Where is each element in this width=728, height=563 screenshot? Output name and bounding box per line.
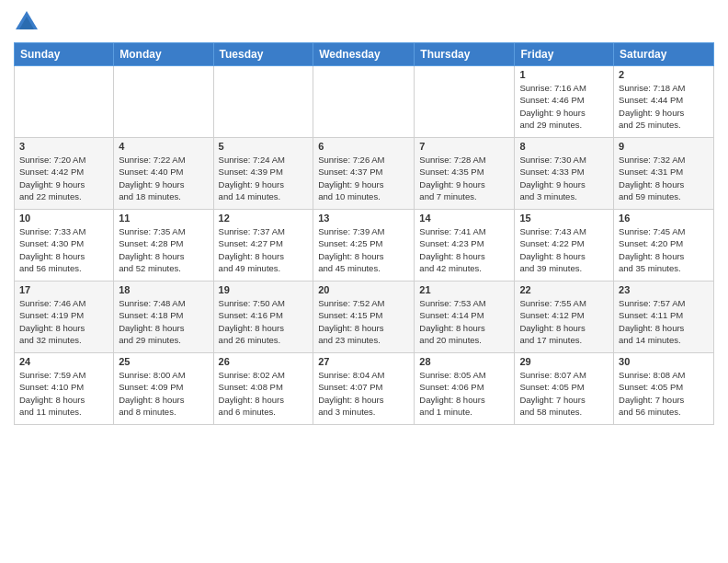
day-cell: 29Sunrise: 8:07 AM Sunset: 4:05 PM Dayli…: [515, 353, 614, 425]
day-info: Sunrise: 8:02 AM Sunset: 4:08 PM Dayligh…: [219, 369, 309, 418]
logo: [14, 9, 43, 35]
day-cell: [15, 66, 114, 138]
day-cell: 10Sunrise: 7:33 AM Sunset: 4:30 PM Dayli…: [15, 210, 114, 282]
day-info: Sunrise: 7:32 AM Sunset: 4:31 PM Dayligh…: [619, 154, 709, 202]
day-cell: [313, 66, 415, 138]
day-cell: 16Sunrise: 7:45 AM Sunset: 4:20 PM Dayli…: [614, 210, 714, 282]
day-info: Sunrise: 8:05 AM Sunset: 4:06 PM Dayligh…: [419, 369, 509, 418]
day-number: 7: [419, 141, 509, 152]
day-info: Sunrise: 7:59 AM Sunset: 4:10 PM Dayligh…: [19, 369, 108, 418]
calendar-table: SundayMondayTuesdayWednesdayThursdayFrid…: [14, 42, 714, 425]
day-number: 12: [219, 213, 309, 224]
day-info: Sunrise: 7:39 AM Sunset: 4:25 PM Dayligh…: [318, 225, 409, 274]
day-cell: [213, 66, 313, 138]
day-info: Sunrise: 7:50 AM Sunset: 4:16 PM Dayligh…: [219, 297, 309, 346]
day-number: 19: [219, 284, 309, 295]
day-info: Sunrise: 7:22 AM Sunset: 4:40 PM Dayligh…: [119, 154, 208, 202]
day-cell: 13Sunrise: 7:39 AM Sunset: 4:25 PM Dayli…: [313, 210, 415, 282]
day-cell: 12Sunrise: 7:37 AM Sunset: 4:27 PM Dayli…: [213, 210, 313, 282]
day-number: 10: [19, 213, 108, 224]
day-cell: 18Sunrise: 7:48 AM Sunset: 4:18 PM Dayli…: [114, 282, 213, 353]
day-cell: 22Sunrise: 7:55 AM Sunset: 4:12 PM Dayli…: [515, 282, 614, 353]
day-info: Sunrise: 7:52 AM Sunset: 4:15 PM Dayligh…: [318, 297, 409, 346]
day-number: 3: [19, 141, 108, 152]
day-cell: 28Sunrise: 8:05 AM Sunset: 4:06 PM Dayli…: [415, 353, 515, 425]
day-cell: 15Sunrise: 7:43 AM Sunset: 4:22 PM Dayli…: [515, 210, 614, 282]
day-number: 2: [619, 69, 709, 80]
calendar-header-row: SundayMondayTuesdayWednesdayThursdayFrid…: [15, 43, 714, 66]
day-info: Sunrise: 7:35 AM Sunset: 4:28 PM Dayligh…: [119, 225, 208, 274]
day-number: 14: [419, 213, 509, 224]
day-number: 22: [519, 284, 609, 295]
week-row-4: 17Sunrise: 7:46 AM Sunset: 4:19 PM Dayli…: [15, 282, 714, 353]
week-row-3: 10Sunrise: 7:33 AM Sunset: 4:30 PM Dayli…: [15, 210, 714, 282]
day-number: 17: [19, 284, 108, 295]
day-number: 13: [318, 213, 409, 224]
day-number: 9: [619, 141, 709, 152]
calendar-header-monday: Monday: [114, 43, 213, 66]
day-cell: 11Sunrise: 7:35 AM Sunset: 4:28 PM Dayli…: [114, 210, 213, 282]
day-info: Sunrise: 7:46 AM Sunset: 4:19 PM Dayligh…: [19, 297, 108, 346]
day-cell: 17Sunrise: 7:46 AM Sunset: 4:19 PM Dayli…: [15, 282, 114, 353]
day-number: 20: [318, 284, 409, 295]
day-cell: 9Sunrise: 7:32 AM Sunset: 4:31 PM Daylig…: [614, 138, 714, 210]
day-cell: 20Sunrise: 7:52 AM Sunset: 4:15 PM Dayli…: [313, 282, 415, 353]
week-row-2: 3Sunrise: 7:20 AM Sunset: 4:42 PM Daylig…: [15, 138, 714, 210]
calendar-header-wednesday: Wednesday: [313, 43, 415, 66]
day-number: 25: [119, 356, 208, 367]
day-cell: 6Sunrise: 7:26 AM Sunset: 4:37 PM Daylig…: [313, 138, 415, 210]
day-cell: 23Sunrise: 7:57 AM Sunset: 4:11 PM Dayli…: [614, 282, 714, 353]
day-cell: [415, 66, 515, 138]
day-info: Sunrise: 7:37 AM Sunset: 4:27 PM Dayligh…: [219, 225, 309, 274]
day-number: 30: [619, 356, 709, 367]
day-number: 11: [119, 213, 208, 224]
day-cell: 5Sunrise: 7:24 AM Sunset: 4:39 PM Daylig…: [213, 138, 313, 210]
day-cell: 3Sunrise: 7:20 AM Sunset: 4:42 PM Daylig…: [15, 138, 114, 210]
day-info: Sunrise: 7:24 AM Sunset: 4:39 PM Dayligh…: [219, 154, 309, 202]
day-info: Sunrise: 7:28 AM Sunset: 4:35 PM Dayligh…: [419, 154, 509, 202]
day-info: Sunrise: 7:45 AM Sunset: 4:20 PM Dayligh…: [619, 225, 709, 274]
day-cell: 1Sunrise: 7:16 AM Sunset: 4:46 PM Daylig…: [515, 66, 614, 138]
calendar-header-saturday: Saturday: [614, 43, 714, 66]
day-info: Sunrise: 7:26 AM Sunset: 4:37 PM Dayligh…: [318, 154, 409, 202]
week-row-5: 24Sunrise: 7:59 AM Sunset: 4:10 PM Dayli…: [15, 353, 714, 425]
day-number: 6: [318, 141, 409, 152]
day-number: 26: [219, 356, 309, 367]
day-info: Sunrise: 7:30 AM Sunset: 4:33 PM Dayligh…: [519, 154, 609, 202]
day-cell: 24Sunrise: 7:59 AM Sunset: 4:10 PM Dayli…: [15, 353, 114, 425]
day-info: Sunrise: 7:55 AM Sunset: 4:12 PM Dayligh…: [519, 297, 609, 346]
day-info: Sunrise: 7:41 AM Sunset: 4:23 PM Dayligh…: [419, 225, 509, 274]
day-number: 8: [519, 141, 609, 152]
day-cell: 2Sunrise: 7:18 AM Sunset: 4:44 PM Daylig…: [614, 66, 714, 138]
day-number: 16: [619, 213, 709, 224]
logo-icon: [14, 9, 40, 35]
day-number: 28: [419, 356, 509, 367]
day-info: Sunrise: 7:18 AM Sunset: 4:44 PM Dayligh…: [619, 82, 709, 131]
day-info: Sunrise: 7:20 AM Sunset: 4:42 PM Dayligh…: [19, 154, 108, 202]
day-number: 18: [119, 284, 208, 295]
day-number: 15: [519, 213, 609, 224]
day-cell: 30Sunrise: 8:08 AM Sunset: 4:05 PM Dayli…: [614, 353, 714, 425]
day-info: Sunrise: 7:57 AM Sunset: 4:11 PM Dayligh…: [619, 297, 709, 346]
calendar-header-tuesday: Tuesday: [213, 43, 313, 66]
day-number: 5: [219, 141, 309, 152]
day-cell: 21Sunrise: 7:53 AM Sunset: 4:14 PM Dayli…: [415, 282, 515, 353]
day-cell: 7Sunrise: 7:28 AM Sunset: 4:35 PM Daylig…: [415, 138, 515, 210]
day-info: Sunrise: 7:53 AM Sunset: 4:14 PM Dayligh…: [419, 297, 509, 346]
day-info: Sunrise: 8:07 AM Sunset: 4:05 PM Dayligh…: [519, 369, 609, 418]
day-info: Sunrise: 7:16 AM Sunset: 4:46 PM Dayligh…: [519, 82, 609, 131]
day-cell: 26Sunrise: 8:02 AM Sunset: 4:08 PM Dayli…: [213, 353, 313, 425]
calendar-header-friday: Friday: [515, 43, 614, 66]
day-cell: 25Sunrise: 8:00 AM Sunset: 4:09 PM Dayli…: [114, 353, 213, 425]
day-number: 29: [519, 356, 609, 367]
day-number: 4: [119, 141, 208, 152]
day-info: Sunrise: 7:43 AM Sunset: 4:22 PM Dayligh…: [519, 225, 609, 274]
day-cell: 19Sunrise: 7:50 AM Sunset: 4:16 PM Dayli…: [213, 282, 313, 353]
day-cell: [114, 66, 213, 138]
day-info: Sunrise: 7:48 AM Sunset: 4:18 PM Dayligh…: [119, 297, 208, 346]
header: [14, 9, 714, 35]
day-cell: 4Sunrise: 7:22 AM Sunset: 4:40 PM Daylig…: [114, 138, 213, 210]
day-cell: 8Sunrise: 7:30 AM Sunset: 4:33 PM Daylig…: [515, 138, 614, 210]
day-number: 24: [19, 356, 108, 367]
day-cell: 27Sunrise: 8:04 AM Sunset: 4:07 PM Dayli…: [313, 353, 415, 425]
